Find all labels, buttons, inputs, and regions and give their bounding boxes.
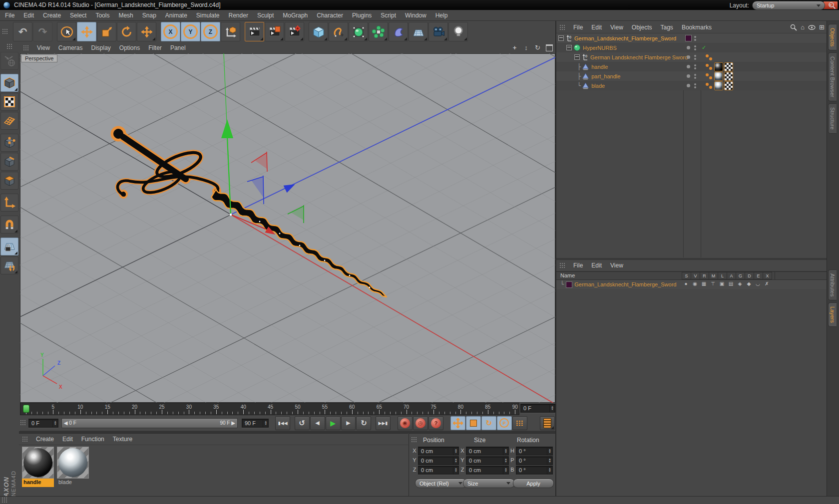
slider-right-arrow-icon[interactable]: ▶ [231,420,235,426]
menu-item-texture[interactable]: Texture [112,436,133,443]
position-z-field[interactable]: 0 cm▲▼ [418,466,459,475]
mograph-button[interactable] [369,22,388,41]
status-grip[interactable] [1,497,8,504]
menu-item-edit[interactable]: Edit [61,436,74,443]
viewport-dolly-icon[interactable]: ↕ [522,43,530,52]
menu-item-mograph[interactable]: MoGraph [282,12,309,19]
points-mode-button[interactable] [0,134,18,152]
menu-item-help[interactable]: Help [434,12,449,19]
keyframe-presets-button[interactable] [540,416,555,430]
menu-item-animate[interactable]: Animate [164,12,188,19]
uvw-tag[interactable] [724,72,733,81]
eye-icon[interactable] [808,25,816,30]
lock-x-axis-button[interactable]: X [161,22,180,41]
generator-enabled-check[interactable]: ✓ [702,44,706,51]
range-end-field[interactable]: 90 F ▲▼ [242,419,269,428]
lock-z-axis-button[interactable]: Z [201,22,220,41]
layer-state-v-icon[interactable]: ◉ [691,281,699,286]
collapse-icon[interactable] [558,35,564,41]
stepper-icon[interactable]: ▲▼ [263,419,268,427]
menu-item-cameras[interactable]: Cameras [57,44,84,51]
menu-item-view[interactable]: View [609,262,624,269]
view-label[interactable]: Perspective [21,54,57,62]
stepper-icon[interactable]: ▲▼ [549,404,555,412]
side-tab-layers[interactable]: Layers [828,302,837,327]
visibility-dots[interactable] [694,55,696,60]
layer-state-r-icon[interactable]: ▦ [700,281,708,286]
viewport-canvas[interactable]: Y Z X Perspective [20,53,555,403]
current-frame-field[interactable]: 0 F ▲▼ [520,404,555,413]
toolbar-grip[interactable] [2,28,8,35]
coords-grip[interactable] [411,437,418,443]
timeline-ruler[interactable]: 051015202530354045505560657075808590 [20,403,519,415]
viewport-pan-icon[interactable]: + [510,43,519,52]
uvw-tag[interactable] [724,62,733,71]
model-mode-button[interactable] [0,74,18,92]
layer-state-d-icon[interactable]: ◆ [745,281,753,286]
menu-item-edit[interactable]: Edit [22,12,35,19]
texture-tag[interactable] [714,81,723,90]
layer-color-swatch[interactable] [566,281,572,288]
layout-dropdown[interactable]: Startup [752,1,825,10]
column-header-m[interactable]: M [709,272,718,279]
layer-state-g-icon[interactable]: ◈ [736,281,744,286]
menu-item-bookmarks[interactable]: Bookmarks [681,24,713,31]
size-x-field[interactable]: 0 cm▲▼ [466,447,509,456]
stepper-icon[interactable]: ▲▼ [52,419,58,427]
phong-tag[interactable] [705,53,713,61]
live-selection-button[interactable] [57,22,76,41]
collapse-icon[interactable] [566,45,572,50]
visibility-dot[interactable] [687,55,690,59]
material-grip[interactable] [22,436,28,443]
layer-manager-grip[interactable] [559,262,566,269]
play-button[interactable]: ▶ [326,416,341,430]
search-icon[interactable] [790,24,797,31]
record-parameter-toggle[interactable]: P [497,416,512,430]
column-header-x[interactable]: X [763,272,772,279]
workplane-mode-button[interactable] [0,256,18,274]
search-icon[interactable] [828,1,836,9]
phong-tag[interactable] [705,63,713,71]
column-header-r[interactable]: R [700,272,709,279]
tree-row-root[interactable]: 0 German_Landsknecht_Flamberge_Sword [556,33,827,43]
lock-y-axis-button[interactable]: Y [181,22,200,41]
tree-row-hypernurbs[interactable]: HyperNURBS ✓ [556,43,827,52]
menu-item-tools[interactable]: Tools [94,12,110,19]
rotation-h-field[interactable]: 0 °▲▼ [516,447,553,456]
layer-state-a-icon[interactable]: ▤ [727,281,735,286]
menu-item-filter[interactable]: Filter [147,44,163,51]
menu-item-simulate[interactable]: Simulate [195,12,221,19]
layer-state-s-icon[interactable]: ● [682,281,690,286]
add-light-button[interactable] [448,22,468,41]
side-tab-attributes[interactable]: Attributes [828,269,837,300]
layer-color-swatch[interactable] [685,35,692,41]
visibility-dot[interactable] [687,74,690,78]
viewport-toggle-icon[interactable] [545,43,553,52]
palette-grip[interactable] [6,43,13,50]
slider-left-arrow-icon[interactable]: ◀ [64,420,68,426]
size-z-field[interactable]: 0 cm▲▼ [466,466,509,475]
goto-start-button[interactable]: ▮◀◀ [275,416,290,430]
phong-tag[interactable] [705,82,713,90]
uvw-tag[interactable] [724,81,733,90]
home-icon[interactable]: ⌂ [801,23,805,31]
column-header-e[interactable]: E [754,272,763,279]
axis-mode-button[interactable] [0,194,18,212]
column-header-v[interactable]: V [691,272,700,279]
range-start-field[interactable]: 0 F ▲▼ [28,419,58,428]
object-manager-grip[interactable] [559,24,566,31]
visibility-dots[interactable] [694,45,696,50]
menu-item-view[interactable]: View [609,24,624,31]
column-header-l[interactable]: L [718,272,727,279]
visibility-dots[interactable] [694,83,696,88]
frame-range-slider[interactable]: ◀ 0 F 90 F ▶ [61,418,238,428]
visibility-dots[interactable] [694,36,696,41]
position-y-field[interactable]: 0 cm▲▼ [418,456,459,465]
record-rotation-toggle[interactable]: ↻ [481,416,496,430]
menu-item-file[interactable]: File [572,262,584,269]
render-settings-button[interactable] [285,22,304,41]
polygons-mode-button[interactable] [0,172,18,190]
visibility-dot[interactable] [687,84,690,87]
goto-end-button[interactable]: ▶▶▮ [376,416,391,430]
record-pla-toggle[interactable] [512,416,527,430]
